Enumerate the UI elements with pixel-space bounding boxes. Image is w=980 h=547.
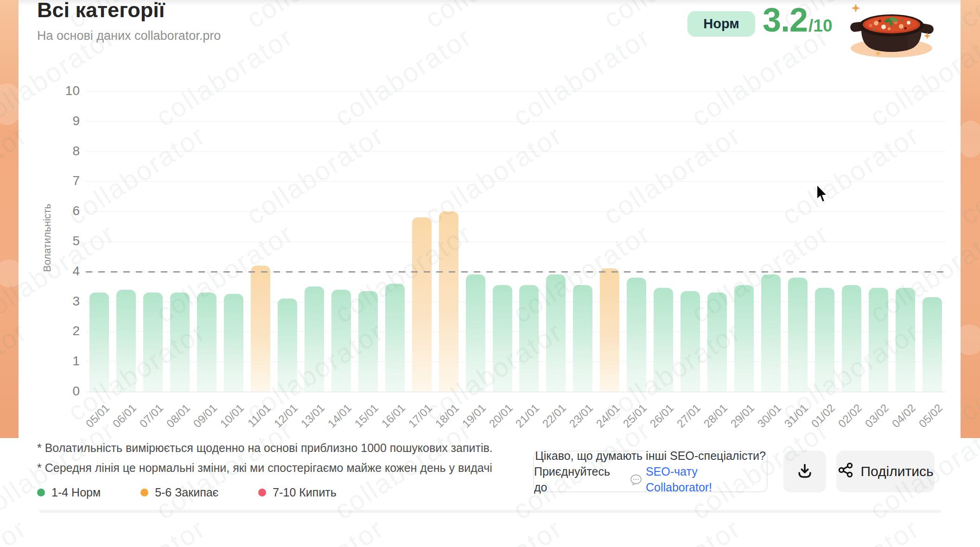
legend-item-boiling: 7-10 Кипить — [258, 486, 337, 499]
legend-label: 5-6 Закипає — [155, 486, 218, 499]
bar-30/01[interactable] — [761, 274, 781, 392]
bar-16/01[interactable] — [385, 284, 405, 392]
red-dot-icon — [258, 489, 266, 496]
bar-10/01[interactable] — [224, 294, 243, 392]
gridline — [86, 181, 946, 182]
y-axis-tick-label: 1 — [52, 354, 80, 369]
bar-23/01[interactable] — [573, 285, 592, 392]
y-axis-tick-label: 4 — [52, 264, 80, 279]
bar-15/01[interactable] — [358, 291, 378, 392]
orange-dot-icon — [140, 489, 148, 496]
gridline — [86, 91, 946, 92]
y-axis-title: Волатильність — [41, 187, 53, 289]
footnote-volatility: * Волатильність вимірюється щоденно на о… — [37, 441, 493, 455]
bar-25/01[interactable] — [627, 278, 646, 392]
seo-chat-link[interactable]: SEO-чату Collaborator! — [646, 464, 767, 495]
bar-03/02[interactable] — [869, 288, 888, 392]
bar-27/01[interactable] — [681, 291, 700, 392]
bar-06/01[interactable] — [116, 290, 136, 392]
y-axis-tick-label: 7 — [52, 173, 80, 188]
gridline — [86, 211, 946, 212]
gridline — [86, 242, 946, 242]
y-axis-tick-label: 3 — [52, 294, 80, 309]
bar-26/01[interactable] — [654, 288, 673, 392]
y-axis-tick-label: 0 — [52, 384, 80, 399]
green-dot-icon — [37, 489, 45, 496]
footnote-average-line: * Середня лінія це нормальні зміни, які … — [37, 461, 492, 475]
legend-item-norm: 1-4 Норм — [37, 486, 101, 499]
y-axis-tick-label: 8 — [52, 144, 80, 159]
share-button-label: Поділитись — [860, 464, 933, 479]
bar-31/01[interactable] — [788, 278, 808, 392]
bar-04/02[interactable] — [896, 288, 915, 392]
bar-11/01[interactable] — [251, 266, 270, 392]
bar-29/01[interactable] — [734, 285, 754, 392]
chart-legend: 1-4 Норм 5-6 Закипає 7-10 Кипить — [37, 486, 337, 499]
y-axis-tick-label: 6 — [52, 204, 80, 218]
bar-08/01[interactable] — [170, 293, 190, 392]
bar-01/02[interactable] — [815, 288, 834, 392]
bar-28/01[interactable] — [707, 293, 727, 392]
mouse-cursor — [816, 184, 832, 207]
cta-line2-prefix: Приєднуйтесь до — [534, 464, 626, 495]
y-axis-tick-label: 2 — [52, 324, 80, 338]
y-axis-tick-label: 9 — [52, 114, 80, 128]
threshold-dashed-line — [86, 271, 946, 273]
bar-19/01[interactable] — [466, 274, 485, 392]
bar-02/02[interactable] — [842, 285, 861, 392]
bar-05/01[interactable] — [89, 293, 109, 392]
bar-20/01[interactable] — [493, 285, 512, 392]
bar-05/02[interactable] — [923, 297, 942, 392]
speech-bubble-icon — [630, 471, 642, 487]
volatility-widget: Всі категорії На основі даних collaborat… — [0, 0, 980, 547]
legend-item-boiling-up: 5-6 Закипає — [140, 486, 218, 499]
share-nodes-icon — [837, 462, 854, 482]
gridline — [86, 121, 946, 122]
bar-18/01[interactable] — [439, 211, 458, 392]
bar-21/01[interactable] — [519, 285, 539, 392]
legend-label: 7-10 Кипить — [273, 486, 337, 499]
bar-07/01[interactable] — [143, 293, 163, 392]
bottom-divider — [39, 510, 941, 513]
bar-14/01[interactable] — [331, 290, 351, 392]
seo-chat-cta: Цікаво, що думають інші SEO-спеціалісти?… — [533, 451, 768, 492]
share-button[interactable]: Поділитись — [836, 451, 935, 492]
bar-13/01[interactable] — [305, 286, 324, 392]
bar-22/01[interactable] — [546, 274, 566, 392]
gridline — [86, 152, 946, 152]
y-axis-tick-label: 5 — [52, 234, 80, 248]
download-icon — [796, 462, 814, 481]
bar-17/01[interactable] — [412, 217, 432, 392]
bar-24/01[interactable] — [600, 268, 619, 392]
download-button[interactable] — [783, 451, 826, 492]
legend-label: 1-4 Норм — [51, 486, 101, 499]
cta-line1: Цікаво, що думають інші SEO-спеціалісти? — [535, 448, 766, 464]
gridline — [86, 392, 946, 392]
bar-12/01[interactable] — [278, 299, 297, 392]
y-axis-tick-label: 10 — [52, 83, 80, 98]
bar-09/01[interactable] — [197, 293, 216, 392]
